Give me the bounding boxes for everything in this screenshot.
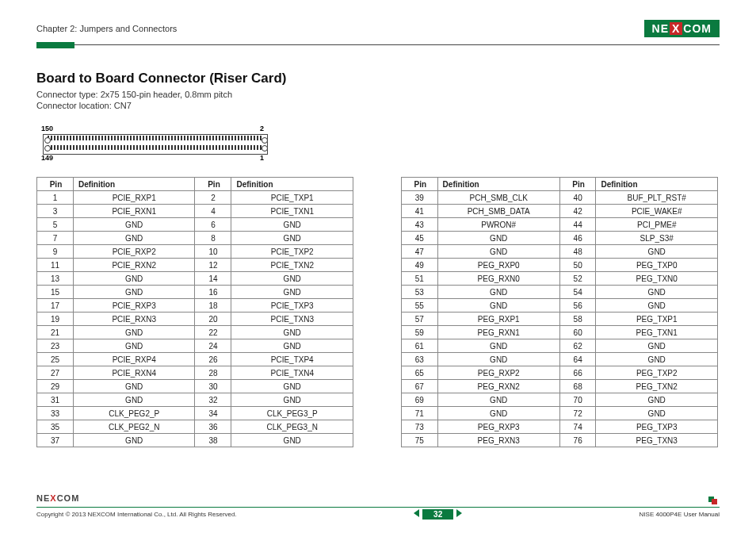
- pin-cell: 48: [559, 245, 596, 259]
- definition-cell: PCI_PME#: [596, 218, 718, 232]
- pin-cell: 40: [559, 191, 596, 205]
- definition-cell: PCIE_RXP1: [73, 191, 195, 205]
- pin-cell: 25: [37, 353, 74, 366]
- table-row: 63GND64GND: [402, 353, 718, 366]
- triangle-right-icon: [456, 509, 462, 517]
- definition-cell: PEG_TXN2: [596, 380, 718, 393]
- definition-cell: PEG_TXP2: [596, 366, 718, 380]
- definition-cell: PEG_TXP0: [596, 259, 718, 272]
- definition-cell: PCIE_RXP3: [73, 299, 195, 313]
- definition-cell: PEG_RXP3: [437, 420, 559, 434]
- pin-table-right: PinDefinitionPinDefinition 39PCH_SMB_CLK…: [401, 177, 718, 447]
- table-row: 17PCIE_RXP318PCIE_TXP3: [37, 299, 353, 313]
- pin-cell: 64: [559, 353, 596, 366]
- table-header: Pin: [559, 178, 596, 191]
- definition-cell: GND: [437, 407, 559, 420]
- pin-cell: 76: [559, 434, 596, 447]
- pin-cell: 19: [37, 313, 74, 326]
- definition-cell: GND: [73, 393, 195, 407]
- pin-cell: 66: [559, 366, 596, 380]
- definition-cell: PWRON#: [437, 218, 559, 232]
- table-row: 49PEG_RXP050PEG_TXP0: [402, 259, 718, 272]
- definition-cell: GND: [73, 218, 195, 232]
- diagram-label-149: 149: [41, 154, 53, 162]
- pin-cell: 31: [37, 393, 74, 407]
- pin-cell: 27: [37, 366, 74, 380]
- pin-cell: 59: [402, 326, 438, 339]
- table-row: 21GND22GND: [37, 326, 353, 339]
- pin-cell: 28: [195, 366, 231, 380]
- connector-location: Connector location: CN7: [36, 101, 720, 110]
- pin-cell: 41: [402, 205, 438, 218]
- pin-cell: 38: [195, 434, 231, 447]
- definition-cell: PEG_RXP1: [437, 313, 559, 326]
- table-header: Definition: [596, 178, 718, 191]
- pin-cell: 42: [559, 205, 596, 218]
- pin-cell: 49: [402, 259, 438, 272]
- pin-cell: 65: [402, 366, 438, 380]
- definition-cell: GND: [437, 245, 559, 259]
- table-row: 27PCIE_RXN428PCIE_TXN4: [37, 366, 353, 380]
- pin-cell: 55: [402, 299, 438, 313]
- brand-logo: NEXCOM: [644, 20, 720, 37]
- definition-cell: PEG_RXP2: [437, 366, 559, 380]
- definition-cell: GND: [596, 407, 718, 420]
- table-row: 9PCIE_RXP210PCIE_TXP2: [37, 245, 353, 259]
- definition-cell: PEG_TXP3: [596, 420, 718, 434]
- definition-cell: PEG_RXN1: [437, 326, 559, 339]
- pin-cell: 61: [402, 339, 438, 353]
- pin-cell: 6: [195, 218, 231, 232]
- table-row: 29GND30GND: [37, 380, 353, 393]
- definition-cell: PCIE_TXP3: [231, 299, 353, 313]
- definition-cell: PEG_RXN2: [437, 380, 559, 393]
- diagram-label-150: 150: [41, 125, 53, 132]
- logo-x: X: [670, 22, 682, 35]
- definition-cell: GND: [231, 393, 353, 407]
- pin-cell: 14: [195, 272, 231, 286]
- definition-cell: PEG_TXN1: [596, 326, 718, 339]
- definition-cell: PEG_RXN3: [437, 434, 559, 447]
- definition-cell: BUF_PLT_RST#: [596, 191, 718, 205]
- table-row: 7GND8GND: [37, 232, 353, 245]
- table-row: 61GND62GND: [402, 339, 718, 353]
- diagram-hole: [262, 145, 268, 151]
- pin-cell: 15: [37, 286, 74, 299]
- pin-cell: 17: [37, 299, 74, 313]
- pin-cell: 22: [195, 326, 231, 339]
- pin-cell: 72: [559, 407, 596, 420]
- table-row: 67PEG_RXN268PEG_TXN2: [402, 380, 718, 393]
- definition-cell: GND: [231, 232, 353, 245]
- chapter-label: Chapter 2: Jumpers and Connectors: [36, 24, 177, 33]
- pin-cell: 7: [37, 232, 74, 245]
- table-row: 57PEG_RXP158PEG_TXP1: [402, 313, 718, 326]
- pin-cell: 71: [402, 407, 438, 420]
- definition-cell: PCIE_RXN2: [73, 259, 195, 272]
- definition-cell: GND: [73, 380, 195, 393]
- table-row: 37GND38GND: [37, 434, 353, 447]
- definition-cell: PEG_TXN3: [596, 434, 718, 447]
- definition-cell: GND: [596, 299, 718, 313]
- definition-cell: CLK_PEG3_N: [231, 420, 353, 434]
- diagram-hole: [44, 137, 51, 144]
- definition-cell: GND: [231, 272, 353, 286]
- pin-cell: 12: [195, 259, 231, 272]
- definition-cell: PCIE_RXN4: [73, 366, 195, 380]
- definition-cell: PEG_RXP0: [437, 259, 559, 272]
- definition-cell: PCIE_TXP1: [231, 191, 353, 205]
- definition-cell: GND: [231, 434, 353, 447]
- footer-rule: [36, 507, 720, 508]
- pin-cell: 46: [559, 232, 596, 245]
- pin-cell: 44: [559, 218, 596, 232]
- pin-cell: 35: [37, 420, 74, 434]
- diagram-row-top: [48, 136, 262, 140]
- pin-cell: 57: [402, 313, 438, 326]
- pin-cell: 11: [37, 259, 74, 272]
- definition-cell: PCIE_TXP2: [231, 245, 353, 259]
- definition-cell: PCIE_RXN3: [73, 313, 195, 326]
- table-row: 75PEG_RXN376PEG_TXN3: [402, 434, 718, 447]
- table-row: 71GND72GND: [402, 407, 718, 420]
- pin-cell: 5: [37, 218, 74, 232]
- table-row: 59PEG_RXN160PEG_TXN1: [402, 326, 718, 339]
- pin-cell: 33: [37, 407, 74, 420]
- definition-cell: PEG_TXP1: [596, 313, 718, 326]
